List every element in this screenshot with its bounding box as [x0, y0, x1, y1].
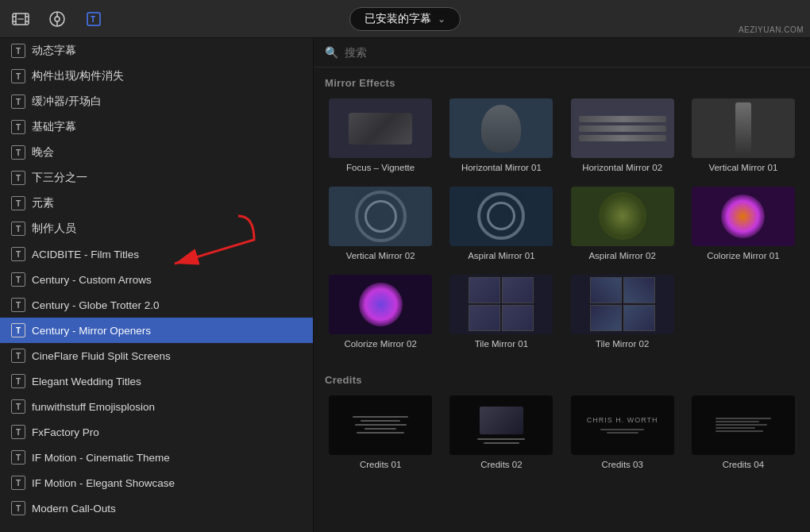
- grid-item-0-9[interactable]: Tile Mirror 01: [442, 272, 560, 357]
- thumbnail-credits1: [329, 395, 432, 455]
- section-grid-0: Focus – VignetteHorizontal Mirror 01 Hor…: [314, 95, 810, 364]
- t-icon: T: [11, 349, 25, 363]
- grid-item-1-1[interactable]: Credits 02: [442, 392, 560, 477]
- thumb-inner: [329, 395, 432, 455]
- thumbnail-focus: [329, 98, 432, 158]
- t-icon: T: [11, 171, 25, 185]
- thumb-visual: [709, 411, 777, 438]
- grid-item-0-8[interactable]: Colorize Mirror 02: [322, 272, 439, 357]
- sidebar-item-12[interactable]: T CineFlare Fluid Split Screens: [0, 343, 313, 368]
- t-icon: T: [11, 476, 25, 490]
- grid-item-0-3[interactable]: Vertical Mirror 01: [685, 95, 802, 180]
- grid-item-0-7[interactable]: Colorize Mirror 01: [685, 183, 802, 268]
- t-icon: T: [11, 298, 25, 312]
- grid-item-0-6[interactable]: Aspiral Mirror 02: [564, 183, 681, 268]
- thumb-inner: [571, 275, 674, 334]
- grid-item-0-1[interactable]: Horizontal Mirror 01: [442, 95, 560, 180]
- thumb-label: Tile Mirror 02: [596, 338, 649, 350]
- top-bar: T 已安装的字幕 ⌄ AEZIYUAN.COM: [0, 0, 810, 38]
- sidebar-item-label: 构件出现/构件消失: [32, 69, 124, 83]
- sidebar-item-14[interactable]: T funwithstuff Emojisplosion: [0, 394, 313, 419]
- thumb-inner: CHRIS H. WORTH: [571, 395, 674, 455]
- sidebar-item-11[interactable]: T Century - Mirror Openers: [0, 318, 313, 343]
- sidebar-item-8[interactable]: T ACIDBITE - Film Titles: [0, 241, 313, 267]
- grid-item-1-2[interactable]: CHRIS H. WORTH Credits 03: [564, 392, 681, 477]
- thumb-inner: [692, 187, 795, 246]
- film-icon[interactable]: [10, 8, 32, 30]
- sidebar-item-label: CineFlare Fluid Split Screens: [32, 350, 171, 362]
- sidebar-item-6[interactable]: T 元素: [0, 191, 313, 216]
- sidebar-item-17[interactable]: T IF Motion - Elegant Showcase: [0, 470, 313, 495]
- thumbnail-colorize2: [329, 275, 432, 334]
- top-bar-icons: T: [10, 8, 105, 30]
- thumbnail-credits3: CHRIS H. WORTH: [571, 395, 674, 455]
- sidebar-item-15[interactable]: T FxFactory Pro: [0, 419, 313, 445]
- sidebar-item-10[interactable]: T Century - Globe Trotter 2.0: [0, 292, 313, 318]
- sidebar-item-label: 缓冲器/开场白: [32, 94, 102, 109]
- sidebar-item-label: 元素: [32, 196, 54, 210]
- thumb-inner: [571, 187, 674, 246]
- sidebar-item-label: Century - Globe Trotter 2.0: [32, 299, 160, 311]
- t-icon: T: [11, 374, 25, 388]
- sidebar-item-13[interactable]: T Elegant Wedding Titles: [0, 368, 313, 394]
- thumb-label: Aspiral Mirror 02: [588, 250, 655, 262]
- sidebar-item-label: FxFactory Pro: [32, 426, 99, 438]
- thumb-label: Colorize Mirror 01: [707, 250, 779, 262]
- t-icon: T: [11, 323, 25, 337]
- sidebar-item-5[interactable]: T 下三分之一: [0, 165, 313, 191]
- title-icon[interactable]: T: [83, 8, 105, 30]
- grid-item-1-3[interactable]: Credits 04: [685, 392, 802, 477]
- thumb-inner: [329, 98, 432, 158]
- watermark: AEZIYUAN.COM: [739, 25, 804, 34]
- grid-item-0-4[interactable]: Vertical Mirror 02: [322, 183, 439, 268]
- sidebar-item-16[interactable]: T IF Motion - Cinematic Theme: [0, 445, 313, 470]
- main-layout: T 动态字幕 T 构件出现/构件消失 T 缓冲器/开场白 T 基础字幕 T 晚会…: [0, 38, 810, 532]
- thumb-visual: [481, 105, 521, 152]
- grid-item-0-10[interactable]: Tile Mirror 02: [564, 272, 681, 357]
- sidebar-item-9[interactable]: T Century - Custom Arrows: [0, 267, 313, 292]
- thumb-label: Horizontal Mirror 01: [461, 162, 542, 174]
- sidebar-item-18[interactable]: T Modern Call-Outs: [0, 495, 313, 521]
- sidebar-item-label: funwithstuff Emojisplosion: [32, 401, 155, 413]
- sidebar-item-2[interactable]: T 缓冲器/开场白: [0, 89, 313, 114]
- thumb-visual: [349, 113, 412, 145]
- thumb-visual: [599, 192, 646, 240]
- thumbnail-colorize1: [692, 187, 795, 246]
- chevron-down-icon: ⌄: [438, 13, 446, 25]
- thumb-label: Focus – Vignette: [346, 162, 415, 174]
- sidebar-item-label: 下三分之一: [32, 171, 87, 185]
- thumb-label: Aspiral Mirror 01: [468, 250, 534, 262]
- sidebar-item-label: IF Motion - Cinematic Theme: [32, 452, 170, 464]
- grid-item-1-0[interactable]: Credits 01: [322, 392, 439, 477]
- thumb-label: Credits 01: [360, 459, 401, 471]
- sidebar-item-label: 晚会: [32, 145, 54, 160]
- thumb-visual: CHRIS H. WORTH: [580, 410, 665, 440]
- grid-item-0-0[interactable]: Focus – Vignette: [322, 95, 439, 180]
- thumbnail-tile1: [449, 275, 553, 334]
- grid-item-0-5[interactable]: Aspiral Mirror 01: [442, 183, 560, 268]
- sidebar-item-label: Elegant Wedding Titles: [32, 376, 141, 387]
- thumb-visual: [477, 192, 525, 240]
- thumb-label: Credits 02: [480, 459, 522, 471]
- sidebar-item-7[interactable]: T 制作人员: [0, 216, 313, 241]
- section-grid-1: Credits 01 Credits 02 CHRIS H. WORTH Cre…: [314, 392, 810, 485]
- sidebar: T 动态字幕 T 构件出现/构件消失 T 缓冲器/开场白 T 基础字幕 T 晚会…: [0, 38, 314, 532]
- sidebar-item-1[interactable]: T 构件出现/构件消失: [0, 64, 313, 89]
- thumb-visual: [355, 191, 407, 242]
- thumbnail-credits4: [692, 395, 795, 455]
- thumbnail-vmirror2: [329, 187, 432, 246]
- sidebar-item-label: IF Motion - Elegant Showcase: [32, 477, 175, 489]
- thumb-label: Horizontal Mirror 02: [582, 162, 662, 174]
- music-icon[interactable]: [46, 8, 68, 30]
- grid-item-0-2[interactable]: Horizontal Mirror 02: [564, 95, 681, 180]
- thumb-inner: [329, 187, 432, 246]
- sidebar-item-4[interactable]: T 晚会: [0, 140, 313, 165]
- t-icon: T: [11, 450, 25, 465]
- search-input[interactable]: [345, 46, 799, 59]
- thumb-inner: [692, 395, 795, 455]
- sidebar-item-0[interactable]: T 动态字幕: [0, 38, 313, 64]
- t-icon: T: [11, 425, 25, 439]
- sidebar-item-3[interactable]: T 基础字幕: [0, 114, 313, 140]
- installed-subtitles-dropdown[interactable]: 已安装的字幕 ⌄: [349, 7, 461, 31]
- t-icon: T: [11, 399, 25, 414]
